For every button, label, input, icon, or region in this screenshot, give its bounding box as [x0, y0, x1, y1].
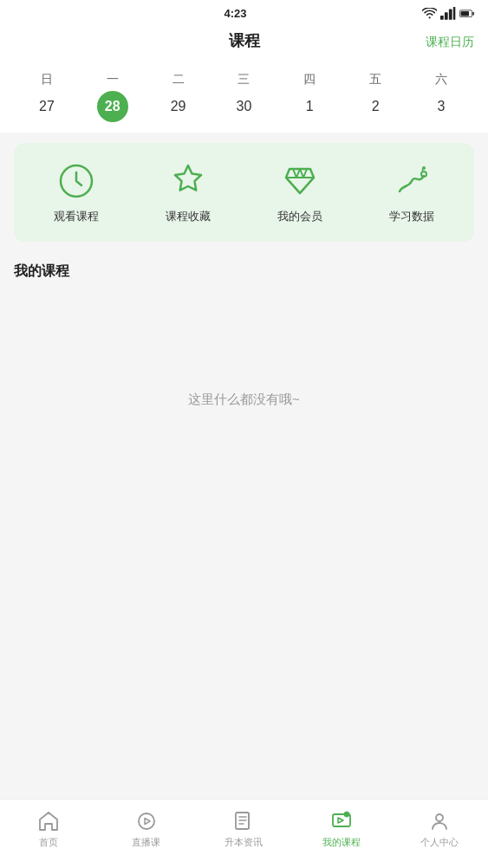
status-bar: 4:23 [0, 0, 488, 23]
chart-icon [391, 160, 433, 202]
svg-rect-3 [453, 7, 455, 20]
book-icon [232, 810, 255, 832]
section-title: 我的课程 [0, 252, 488, 288]
nav-label-live: 直播课 [132, 836, 160, 849]
home-icon [37, 810, 60, 832]
date-30[interactable]: 30 [223, 94, 264, 120]
status-time: 4:23 [224, 7, 246, 20]
day-label-wed: 三 [223, 68, 264, 91]
study-data-label: 学习数据 [389, 209, 434, 224]
diamond-icon [279, 160, 321, 202]
nav-label-mycourse: 我的课程 [322, 836, 361, 849]
date-27[interactable]: 27 [26, 94, 68, 120]
quick-action-watch[interactable]: 观看课程 [54, 160, 99, 224]
empty-state: 这里什么都没有哦~ [0, 288, 488, 477]
collect-label: 课程收藏 [166, 209, 211, 224]
svg-rect-5 [460, 11, 468, 16]
calendar-link[interactable]: 课程日历 [426, 35, 474, 50]
calendar-dates: 27 28 29 30 1 2 3 [14, 91, 474, 122]
day-label-mon: 一 [92, 68, 133, 91]
signal-icon [440, 7, 455, 20]
svg-point-8 [421, 172, 426, 177]
wifi-icon [422, 8, 437, 19]
member-label: 我的会员 [277, 209, 322, 224]
watch-label: 观看课程 [54, 209, 99, 224]
calendar-day-labels: 日 一 二 三 四 五 六 [14, 68, 474, 91]
courses-icon [330, 810, 353, 832]
svg-rect-0 [440, 16, 444, 20]
clock-icon [55, 160, 97, 202]
quick-action-collect[interactable]: 课程收藏 [166, 160, 211, 224]
day-label-tue: 二 [158, 68, 199, 91]
nav-label-home: 首页 [39, 836, 58, 849]
header: 课程 课程日历 [0, 23, 488, 62]
play-icon [135, 810, 158, 832]
svg-rect-6 [472, 12, 474, 16]
svg-rect-1 [445, 12, 448, 20]
day-label-thu: 四 [289, 68, 330, 91]
nav-item-live[interactable]: 直播课 [98, 810, 196, 849]
nav-item-profile[interactable]: 个人中心 [390, 810, 488, 849]
battery-icon [459, 10, 474, 17]
my-courses-section: 我的课程 这里什么都没有哦~ [0, 252, 488, 599]
quick-actions-card: 观看课程 课程收藏 我的会员 [14, 143, 474, 242]
day-label-sat: 六 [420, 68, 462, 91]
date-29[interactable]: 29 [158, 94, 199, 120]
quick-action-member[interactable]: 我的会员 [277, 160, 322, 224]
svg-rect-2 [449, 10, 452, 20]
nav-label-profile: 个人中心 [420, 836, 459, 849]
nav-item-home[interactable]: 首页 [0, 810, 98, 849]
svg-point-14 [436, 814, 443, 821]
date-28[interactable]: 28 [92, 91, 133, 122]
page-title: 课程 [229, 32, 260, 49]
nav-item-upgrade[interactable]: 升本资讯 [195, 810, 293, 849]
status-icons [422, 7, 474, 20]
nav-label-upgrade: 升本资讯 [224, 836, 263, 849]
empty-text: 这里什么都没有哦~ [188, 392, 300, 408]
svg-point-10 [139, 813, 154, 829]
date-1[interactable]: 1 [289, 94, 330, 120]
person-icon [428, 810, 451, 832]
date-3[interactable]: 3 [420, 94, 462, 120]
star-icon [167, 160, 209, 202]
calendar: 日 一 二 三 四 五 六 27 28 29 30 1 2 3 [0, 62, 488, 133]
bottom-nav: 首页 直播课 升本资讯 [0, 799, 488, 868]
date-2[interactable]: 2 [355, 94, 396, 120]
day-label-fri: 五 [355, 68, 396, 91]
day-label-sun: 日 [26, 68, 68, 91]
quick-action-data[interactable]: 学习数据 [389, 160, 434, 224]
nav-item-mycourse[interactable]: 我的课程 [293, 810, 391, 849]
